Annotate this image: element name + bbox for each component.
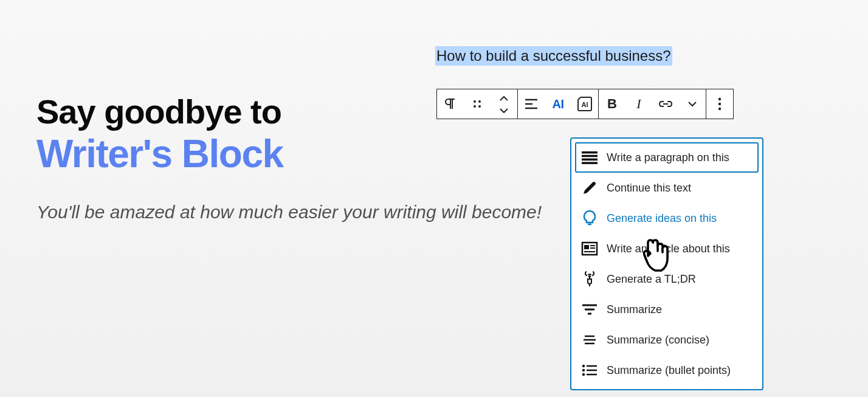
menu-label: Generate ideas on this [607, 212, 717, 225]
menu-label: Summarize [607, 303, 662, 316]
svg-point-31 [582, 369, 585, 371]
svg-rect-12 [582, 155, 598, 157]
link-button[interactable] [652, 89, 679, 119]
menu-item-summarize-bullets[interactable]: Summarize (bullet points) [575, 355, 759, 385]
menu-item-summarize[interactable]: Summarize [575, 294, 759, 325]
lobster-icon [581, 271, 598, 288]
toolbar-group-3: B I [598, 89, 706, 119]
align-left-icon [525, 98, 538, 109]
kebab-icon [718, 97, 722, 111]
menu-item-continue-text[interactable]: Continue this text [575, 173, 759, 203]
chevron-up-icon [500, 93, 508, 104]
align-button[interactable] [518, 89, 545, 119]
more-inline-button[interactable] [679, 89, 706, 119]
menu-label: Summarize (concise) [607, 334, 709, 347]
chevron-down-icon [687, 101, 697, 107]
editor-content: How to build a successful business? [435, 46, 672, 66]
svg-rect-17 [584, 245, 589, 249]
lightbulb-icon [581, 210, 598, 227]
menu-label: Write a paragraph on this [607, 151, 729, 164]
bold-icon: B [607, 96, 617, 112]
move-updown-button[interactable] [491, 93, 517, 116]
menu-item-summarize-concise[interactable]: Summarize (concise) [575, 325, 759, 355]
toolbar-group-4 [706, 89, 734, 119]
chevron-down-icon [500, 105, 508, 116]
bold-button[interactable]: B [599, 89, 625, 119]
toolbar-group-1 [436, 89, 518, 119]
svg-point-9 [718, 103, 721, 105]
hero-subtitle: You'll be amazed at how much easier your… [36, 200, 542, 225]
grip-icon [472, 98, 483, 109]
menu-label: Summarize (bullet points) [607, 364, 731, 377]
link-icon [658, 100, 673, 108]
svg-point-21 [588, 276, 590, 277]
pointer-cursor-icon [641, 238, 675, 278]
bullet-list-icon [581, 362, 598, 379]
svg-rect-13 [582, 159, 598, 161]
svg-point-33 [582, 373, 585, 376]
svg-point-8 [718, 98, 721, 100]
editor-toolbar: AI AI B I [436, 89, 733, 119]
svg-point-3 [478, 105, 481, 108]
pencil-icon [581, 179, 598, 196]
svg-point-10 [718, 108, 721, 110]
svg-point-0 [474, 100, 476, 103]
italic-button[interactable]: I [625, 89, 652, 119]
paragraph-button[interactable] [437, 89, 464, 119]
short-lines-icon [581, 331, 598, 348]
filter-lines-icon [581, 301, 598, 318]
svg-point-29 [582, 365, 585, 367]
svg-rect-14 [582, 162, 598, 164]
menu-item-write-paragraph[interactable]: Write a paragraph on this [575, 142, 759, 173]
selected-text[interactable]: How to build a successful business? [435, 46, 672, 66]
options-button[interactable] [706, 89, 733, 119]
toolbar-group-2: AI AI [517, 89, 599, 119]
paragraph-lines-icon [581, 149, 598, 166]
italic-icon: I [636, 96, 641, 112]
svg-point-1 [478, 100, 481, 103]
pilcrow-icon [444, 97, 456, 111]
svg-rect-11 [582, 151, 598, 154]
ai-text-icon: AI [553, 97, 564, 111]
svg-point-22 [590, 276, 591, 277]
svg-point-2 [474, 105, 476, 108]
menu-item-generate-ideas[interactable]: Generate ideas on this [575, 203, 759, 233]
menu-label: Continue this text [607, 182, 691, 195]
ai-box-icon: AI [577, 96, 593, 112]
svg-text:AI: AI [582, 101, 588, 108]
ai-button[interactable]: AI [545, 89, 571, 119]
article-icon [581, 240, 598, 257]
hero-heading-line2: Writer's Block [36, 134, 542, 174]
drag-button[interactable] [464, 89, 491, 119]
ai-box-button[interactable]: AI [571, 89, 598, 119]
